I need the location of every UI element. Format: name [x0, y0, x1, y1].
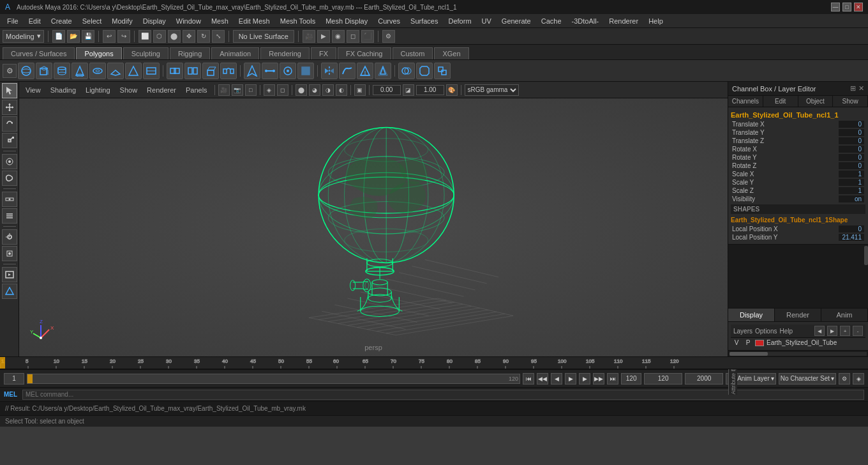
tab-rendering[interactable]: Rendering [260, 47, 310, 59]
cb-local-pos-y-value[interactable]: 21.411 [839, 234, 864, 241]
cb-rotate-x-value[interactable]: 0 [839, 146, 864, 153]
menu-edit-mesh[interactable]: Edit Mesh [234, 16, 274, 26]
step-forward-button[interactable]: ▶▶ [593, 373, 604, 385]
viewport-canvas[interactable]: persp X Y Z [19, 98, 728, 356]
channel-box-scroll-thumb[interactable] [864, 246, 868, 265]
undo-icon[interactable]: ↩ [103, 30, 116, 43]
show-hide-button[interactable] [2, 192, 17, 207]
select-tool-button[interactable] [2, 83, 17, 98]
shelf-cylinder-icon[interactable] [54, 63, 70, 79]
settings-icon[interactable]: ⚙ [382, 30, 395, 43]
channel-box-expand-icon[interactable]: ⊞ [850, 84, 856, 93]
shelf-plane-icon[interactable] [107, 63, 124, 79]
layers-remove-icon[interactable]: - [853, 326, 863, 336]
shelf-smooth-icon[interactable] [339, 63, 355, 79]
layers-options-menu-item[interactable]: Options [755, 328, 777, 335]
go-to-start-button[interactable]: ⏮ [523, 373, 534, 385]
xray-icon[interactable]: ◻ [277, 84, 288, 96]
wireframe-icon[interactable]: □ [245, 84, 257, 96]
snap-button[interactable] [2, 246, 17, 261]
cb-rotate-z-value[interactable]: 0 [839, 162, 864, 169]
cb-translate-z-value[interactable]: 0 [839, 137, 864, 144]
cb-bottom-tab-anim[interactable]: Anim [821, 309, 868, 321]
viewport-menu-view[interactable]: View [22, 85, 45, 95]
cb-scroll-thumb[interactable] [730, 352, 768, 356]
step-back-button[interactable]: ◀◀ [537, 373, 548, 385]
layers-forward-icon[interactable]: ▶ [827, 326, 837, 336]
shelf-sphere-icon[interactable] [18, 63, 34, 79]
layer-p-label[interactable]: P [744, 339, 752, 346]
rotate-icon[interactable]: ↻ [197, 30, 210, 43]
menu-mesh-display[interactable]: Mesh Display [321, 16, 372, 26]
menu-help[interactable]: Help [644, 16, 668, 26]
redo-icon[interactable]: ↪ [117, 30, 130, 43]
shelf-connect-icon[interactable] [262, 63, 278, 79]
ipr-icon[interactable]: ◉ [332, 30, 345, 43]
viewport-menu-lighting[interactable]: Lighting [82, 85, 114, 95]
color-space-selector[interactable]: sRGB gamma [465, 84, 519, 96]
menu-cache[interactable]: Cache [537, 16, 566, 26]
shelf-cube-icon[interactable] [36, 63, 52, 79]
cb-scale-y-value[interactable]: 1 [839, 179, 864, 186]
channel-box-scrollbar[interactable] [863, 245, 868, 308]
menu-display[interactable]: Display [138, 16, 170, 26]
tab-animation[interactable]: Animation [211, 47, 259, 59]
shelf-settings-icon[interactable]: ⚙ [3, 64, 17, 78]
cb-translate-y-value[interactable]: 0 [839, 129, 864, 136]
tab-fx-caching[interactable]: FX Caching [338, 47, 391, 59]
shelf-mirror-icon[interactable] [321, 63, 338, 79]
cb-scale-z-value[interactable]: 1 [839, 187, 864, 194]
title-bar-controls[interactable]: — □ ✕ [831, 3, 863, 11]
playback-range-end-input[interactable] [621, 373, 641, 385]
display-layer-button[interactable] [2, 208, 17, 224]
smooth-shade-all-icon[interactable]: ⬤ [296, 84, 307, 96]
cb-visibility-value[interactable]: on [839, 195, 864, 202]
menu-3dtoall[interactable]: -3DtoAll- [567, 16, 604, 26]
select-icon[interactable]: ⬜ [138, 30, 151, 43]
camera-icon[interactable]: 🎥 [218, 84, 230, 96]
cb-translate-x-value[interactable]: 0 [839, 121, 864, 128]
current-frame-start-input[interactable] [4, 373, 24, 385]
cb-scale-x-value[interactable]: 1 [839, 171, 864, 178]
shelf-prism-icon[interactable] [143, 63, 160, 79]
shelf-separate-icon[interactable] [184, 63, 201, 79]
menu-modify[interactable]: Modify [107, 16, 137, 26]
shelf-triangulate-icon[interactable] [357, 63, 373, 79]
tab-xgen[interactable]: XGen [434, 47, 468, 59]
shelf-pyramid-icon[interactable] [125, 63, 142, 79]
viewport-menu-renderer[interactable]: Renderer [143, 85, 180, 95]
playback-speed-input[interactable] [644, 373, 682, 385]
menu-uv[interactable]: UV [477, 16, 496, 26]
minimize-button[interactable]: — [831, 3, 840, 11]
viewport-menu-show[interactable]: Show [116, 85, 142, 95]
character-set-dropdown[interactable]: No Character Set ▾ [779, 373, 836, 385]
shelf-fill-icon[interactable] [297, 63, 314, 79]
cb-tab-show[interactable]: Show [833, 96, 868, 107]
tab-custom[interactable]: Custom [393, 47, 433, 59]
playback-settings-icon[interactable]: ⚙ [839, 373, 850, 385]
menu-curves[interactable]: Curves [373, 16, 405, 26]
paint-icon[interactable]: ⬤ [168, 30, 181, 43]
prev-frame-button[interactable]: ◀ [551, 373, 562, 385]
viewport-menu-panels[interactable]: Panels [182, 85, 211, 95]
menu-mesh-tools[interactable]: Mesh Tools [276, 16, 320, 26]
menu-edit[interactable]: Edit [24, 16, 45, 26]
arnold-button[interactable] [2, 284, 17, 299]
shelf-boolean-icon[interactable] [398, 63, 415, 79]
cb-rotate-y-value[interactable]: 0 [839, 154, 864, 161]
shelf-extrude-icon[interactable] [202, 63, 219, 79]
viewport[interactable]: View Shading Lighting Show Renderer Pane… [19, 82, 728, 356]
scale-icon[interactable]: ⤡ [212, 30, 225, 43]
cb-horizontal-scrollbar[interactable] [728, 350, 868, 356]
persp-icon[interactable]: 📷 [232, 84, 243, 96]
layer-color-swatch[interactable] [755, 340, 764, 346]
open-scene-icon[interactable]: 📂 [67, 30, 80, 43]
menu-generate[interactable]: Generate [497, 16, 535, 26]
menu-mesh[interactable]: Mesh [207, 16, 233, 26]
menu-deform[interactable]: Deform [444, 16, 475, 26]
scale-tool-button[interactable] [2, 133, 17, 148]
display-icon[interactable]: ◻ [347, 30, 359, 43]
pivot-button[interactable] [2, 229, 17, 245]
shelf-append-icon[interactable] [434, 63, 451, 79]
shelf-bevel-icon[interactable] [416, 63, 433, 79]
